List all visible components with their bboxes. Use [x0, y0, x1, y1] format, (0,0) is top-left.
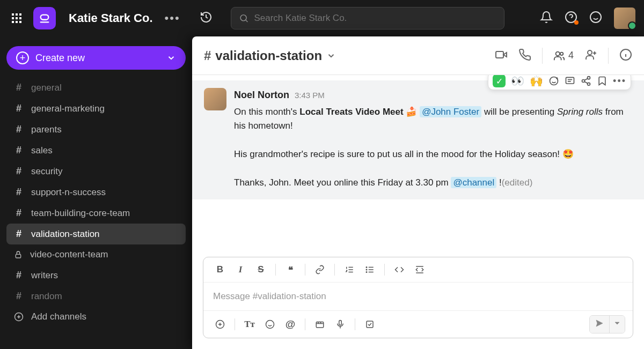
channel-name: validation-station: [215, 48, 322, 63]
svg-rect-53: [316, 322, 324, 328]
search-box[interactable]: [231, 7, 504, 29]
create-new-button[interactable]: + Create new: [6, 46, 186, 70]
channel-label: writers: [31, 270, 58, 281]
reaction-eyes[interactable]: 👀: [511, 75, 524, 87]
emoji-picker-button[interactable]: [261, 316, 279, 332]
svg-line-35: [584, 81, 588, 83]
channel-label: team-building-core-team: [31, 208, 130, 219]
svg-point-44: [366, 272, 367, 273]
sidebar-channel-general-marketing[interactable]: #general-marketing: [6, 98, 186, 119]
thread-icon[interactable]: [565, 76, 575, 86]
channel-label: security: [31, 166, 63, 177]
video-clip-button[interactable]: [311, 316, 329, 332]
channel-label: random: [31, 291, 62, 302]
plus-circle-icon: [14, 312, 24, 322]
quote-button[interactable]: ❝: [281, 262, 299, 278]
channel-label: general: [31, 83, 62, 93]
message-avatar[interactable]: [204, 88, 226, 110]
help-icon[interactable]: [565, 11, 577, 26]
hash-icon: #: [14, 103, 24, 114]
add-channels-button[interactable]: Add channels: [6, 307, 186, 327]
attach-button[interactable]: [211, 316, 229, 332]
sidebar-channel-support-n-success[interactable]: #support-n-success: [6, 182, 186, 203]
channel-info-icon[interactable]: [619, 48, 632, 63]
svg-line-34: [584, 78, 588, 80]
mention-button[interactable]: @: [281, 316, 299, 332]
help-notification-dot: [574, 20, 579, 25]
sidebar-channel-general[interactable]: #general: [6, 77, 186, 98]
video-call-icon[interactable]: [495, 48, 508, 63]
channel-label: validation-station: [31, 229, 100, 240]
sidebar-channel-parents[interactable]: #parents: [6, 119, 186, 140]
share-icon[interactable]: [581, 76, 591, 86]
link-button[interactable]: [311, 262, 329, 278]
svg-point-6: [590, 12, 601, 23]
composer-input[interactable]: Message #validation-station: [203, 283, 633, 310]
hash-icon: #: [14, 270, 24, 281]
code-button[interactable]: [390, 262, 408, 278]
svg-point-33: [588, 83, 590, 85]
workspace-logo[interactable]: [33, 7, 56, 29]
hash-icon: #: [14, 187, 24, 198]
channel-label: video-content-team: [30, 249, 108, 260]
send-options-button[interactable]: [609, 316, 625, 333]
italic-button[interactable]: I: [231, 262, 250, 278]
create-new-label: Create new: [35, 53, 160, 64]
strike-button[interactable]: S: [252, 262, 270, 278]
member-count[interactable]: 4: [553, 50, 574, 62]
sidebar-channel-team-building-core-team[interactable]: #team-building-core-team: [6, 203, 186, 224]
ordered-list-button[interactable]: [340, 262, 358, 278]
reaction-check[interactable]: ✓: [493, 75, 506, 87]
bookmark-icon[interactable]: [597, 76, 608, 86]
message-composer: B I S ❝: [203, 257, 633, 338]
channel-label: parents: [31, 124, 62, 135]
svg-rect-0: [41, 15, 49, 20]
svg-line-3: [246, 20, 248, 23]
reaction-hands[interactable]: 🙌: [530, 75, 543, 87]
bold-button[interactable]: B: [211, 262, 229, 278]
phone-call-icon[interactable]: [518, 48, 531, 63]
add-reaction-icon[interactable]: [548, 76, 559, 86]
workspace-name[interactable]: Katie Stark Co.: [69, 11, 153, 25]
audio-clip-button[interactable]: [331, 316, 349, 332]
user-avatar[interactable]: [614, 8, 635, 29]
sidebar-channel-sales[interactable]: #sales: [6, 140, 186, 161]
sidebar-channel-validation-station[interactable]: #validation-station: [6, 224, 186, 244]
more-icon[interactable]: •••: [613, 76, 626, 87]
unordered-list-button[interactable]: [361, 262, 379, 278]
history-icon[interactable]: [200, 11, 213, 26]
format-button[interactable]: Tт: [240, 316, 259, 332]
add-people-icon[interactable]: [584, 48, 597, 63]
sidebar-channel-writers[interactable]: #writers: [6, 265, 186, 286]
mention-channel[interactable]: @channel: [451, 177, 496, 188]
search-input[interactable]: [254, 13, 496, 24]
message-author[interactable]: Noel Norton: [234, 88, 289, 103]
hash-icon: #: [14, 228, 24, 240]
notifications-icon[interactable]: [540, 11, 553, 26]
emoji-icon[interactable]: [589, 11, 602, 26]
svg-point-17: [588, 50, 592, 55]
sidebar-channel-security[interactable]: #security: [6, 161, 186, 182]
code-block-button[interactable]: [411, 262, 429, 278]
add-channels-label: Add channels: [31, 311, 86, 322]
svg-point-15: [556, 51, 560, 55]
apps-grid-icon[interactable]: [9, 10, 25, 26]
send-button[interactable]: [590, 316, 609, 333]
hash-icon: #: [204, 48, 211, 63]
message: ✓ 👀 🙌 •••: [192, 80, 644, 199]
workspace-more-icon[interactable]: •••: [165, 11, 180, 25]
svg-point-43: [366, 269, 367, 270]
hash-icon: #: [14, 82, 24, 93]
shortcuts-button[interactable]: [361, 316, 379, 332]
sidebar-channel-random[interactable]: #random: [6, 286, 186, 307]
svg-point-31: [588, 77, 590, 79]
svg-rect-28: [566, 77, 574, 84]
mention-user[interactable]: @John Foster: [420, 106, 481, 117]
svg-rect-54: [339, 321, 342, 325]
channel-title[interactable]: # validation-station: [204, 48, 336, 63]
svg-point-16: [560, 52, 564, 55]
svg-rect-13: [496, 51, 503, 58]
sidebar-channel-video-content-team[interactable]: video-content-team: [6, 244, 186, 265]
svg-point-50: [266, 321, 274, 329]
sidebar: + Create new #general#general-marketing#…: [0, 36, 192, 349]
